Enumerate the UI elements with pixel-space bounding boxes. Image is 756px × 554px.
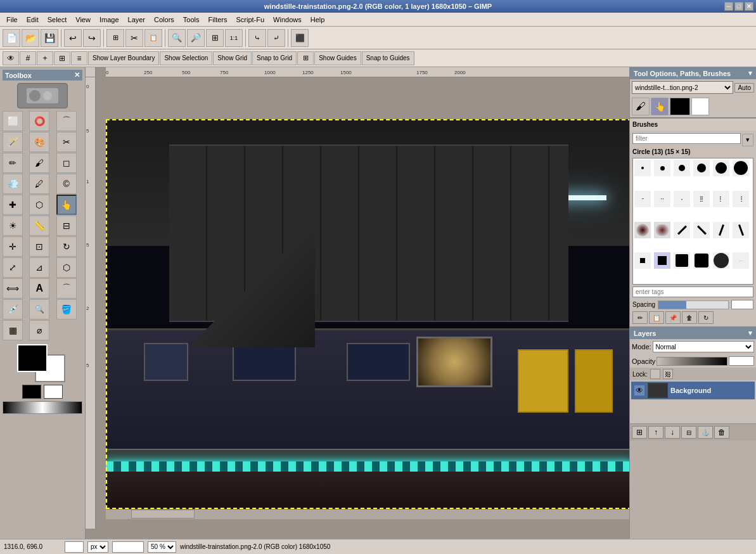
redo-button[interactable]: ↪ xyxy=(83,29,101,47)
undo-button[interactable]: ↩ xyxy=(64,29,82,47)
lower-layer-btn[interactable]: ↓ xyxy=(665,426,680,439)
brush-filter-input[interactable] xyxy=(632,133,741,144)
rect-select-tool[interactable]: ⬜ xyxy=(3,111,23,131)
free-select-tool[interactable]: ⌒ xyxy=(56,111,77,131)
gradient-strip[interactable] xyxy=(3,401,82,414)
layer-row-background[interactable]: 👁 Background xyxy=(631,382,755,399)
new-layer-btn[interactable]: ⊞ xyxy=(632,426,647,439)
copy-button[interactable]: ⊞ xyxy=(106,29,124,47)
paste-button[interactable]: 📋 xyxy=(144,29,162,47)
dodge-burn-tool[interactable]: ☀ xyxy=(3,216,23,236)
bg-small-swatch[interactable] xyxy=(44,385,63,399)
rotate-tool[interactable]: ↻ xyxy=(56,236,77,257)
show-grid-btn[interactable]: Show Grid xyxy=(213,51,252,65)
zoom-tool[interactable]: 🔍 xyxy=(29,299,49,319)
snap-icon[interactable]: ⊞ xyxy=(54,51,70,65)
text-tool[interactable]: A xyxy=(29,278,49,299)
open-button[interactable]: 📂 xyxy=(22,29,39,47)
zoom-in-button[interactable]: 🔎 xyxy=(187,29,205,47)
opacity-slider[interactable] xyxy=(657,357,727,366)
fg-color-swatch[interactable] xyxy=(17,344,48,372)
zoom-100-button[interactable]: 1:1 xyxy=(225,29,243,47)
menu-filters[interactable]: Filters xyxy=(205,15,231,25)
show-selection-btn[interactable]: Show Selection xyxy=(160,51,212,65)
lock-pixels-btn[interactable] xyxy=(650,369,660,379)
eraser-tool[interactable]: ◻ xyxy=(56,153,77,173)
menu-select[interactable]: Select xyxy=(44,15,71,25)
brush-item-11[interactable]: ⡇ xyxy=(713,191,729,207)
canvas-scroll[interactable] xyxy=(106,87,629,539)
menu-view[interactable]: View xyxy=(72,15,94,25)
unit-input[interactable]: px xyxy=(65,541,84,553)
brush-filter-arrow[interactable]: ▾ xyxy=(742,134,753,146)
snap-to-grid-btn[interactable]: Snap to Grid xyxy=(252,51,297,65)
brush-tags-input[interactable] xyxy=(632,287,753,297)
path-tool[interactable]: ⌒ xyxy=(56,278,77,299)
brush-item-2[interactable] xyxy=(654,160,670,176)
tool-white-swatch[interactable] xyxy=(691,98,709,115)
menu-scriptfu[interactable]: Script-Fu xyxy=(232,15,268,25)
perspective-tool[interactable]: ⬡ xyxy=(29,195,49,215)
duplicate-layer-btn[interactable]: ⊟ xyxy=(681,426,696,439)
brush-item-14[interactable] xyxy=(654,222,670,238)
brush-edit-btn[interactable]: ✏ xyxy=(632,311,648,324)
spacing-slider[interactable] xyxy=(658,300,729,309)
zoom-input[interactable]: 50 % xyxy=(112,541,144,553)
clone-tool[interactable]: © xyxy=(56,174,77,194)
show-guides-btn[interactable]: Show Guides xyxy=(314,51,361,65)
raise-layer-btn[interactable]: ↑ xyxy=(648,426,663,439)
tool-smudge-icon[interactable]: 👆 xyxy=(651,98,669,115)
move-tool[interactable]: ✛ xyxy=(3,236,23,257)
opacity-value[interactable]: 100.0 xyxy=(729,356,754,366)
h-scrollbar-thumb[interactable] xyxy=(131,510,195,519)
cut-button[interactable]: ✂ xyxy=(125,29,143,47)
unit-select[interactable]: px xyxy=(87,541,108,553)
ellipse-select-tool[interactable]: ⭕ xyxy=(29,111,49,131)
crop-tool[interactable]: ⊡ xyxy=(29,236,49,257)
mode-select[interactable]: Normal xyxy=(653,341,754,352)
anchor-layer-btn[interactable]: ⚓ xyxy=(698,426,713,439)
shear-tool[interactable]: ⊿ xyxy=(29,257,49,278)
menu-layer[interactable]: Layer xyxy=(124,15,150,25)
guides-icon[interactable]: + xyxy=(37,51,53,65)
scale-tool[interactable]: ⤢ xyxy=(3,257,23,278)
auto-button[interactable]: Auto xyxy=(734,83,754,93)
brush-item-16[interactable] xyxy=(693,222,710,238)
minimize-btn[interactable]: ─ xyxy=(724,2,733,11)
close-btn[interactable]: ✕ xyxy=(745,2,753,11)
paint-bucket-tool[interactable]: 🪣 xyxy=(56,299,77,319)
layer-visibility-icon[interactable]: 👁 xyxy=(634,385,645,396)
brush-item-18[interactable] xyxy=(733,222,749,238)
zoom-fit-button[interactable]: ⊞ xyxy=(206,29,224,47)
brush-item-17[interactable] xyxy=(713,222,729,238)
layer-selector[interactable]: windstille-t...tion.png-2 xyxy=(632,81,733,94)
brush-item-8[interactable]: ·· xyxy=(654,191,670,207)
show-layer-boundary-btn[interactable]: Show Layer Boundary xyxy=(88,51,159,65)
brush-item-23[interactable] xyxy=(713,252,729,269)
spacing-value[interactable]: 20.0 xyxy=(731,300,753,309)
pencil-tool[interactable]: ✏ xyxy=(3,153,23,173)
brush-item-22[interactable] xyxy=(693,252,710,269)
grid-icon[interactable]: # xyxy=(20,51,36,65)
brush-item-4[interactable] xyxy=(693,160,710,176)
brush-item-24[interactable]: ··· xyxy=(733,252,749,269)
brush-item-5[interactable] xyxy=(713,160,729,176)
brush-item-13[interactable] xyxy=(634,222,651,238)
measure-tool[interactable]: 📏 xyxy=(29,216,49,236)
brush-item-19[interactable] xyxy=(634,252,651,269)
menu-help[interactable]: Help xyxy=(307,15,329,25)
new-button[interactable]: 📄 xyxy=(3,29,20,47)
other-icon[interactable]: ≡ xyxy=(71,51,87,65)
brush-item-9[interactable]: · xyxy=(674,191,690,207)
zoom-select[interactable]: 50 % xyxy=(148,541,176,553)
by-color-select-tool[interactable]: 🎨 xyxy=(29,132,49,152)
perspective-t-tool[interactable]: ⬡ xyxy=(56,257,77,278)
warp-tool[interactable]: ⌀ xyxy=(29,320,49,340)
canvas-image[interactable] xyxy=(106,119,629,509)
brush-item-3[interactable] xyxy=(674,160,690,176)
flip-tool[interactable]: ⟺ xyxy=(3,278,23,299)
ink-tool[interactable]: 🖊 xyxy=(29,174,49,194)
fg-small-swatch[interactable] xyxy=(22,385,41,399)
airbrush-tool[interactable]: 💨 xyxy=(3,174,23,194)
zoom-out-button[interactable]: 🔍 xyxy=(168,29,186,47)
